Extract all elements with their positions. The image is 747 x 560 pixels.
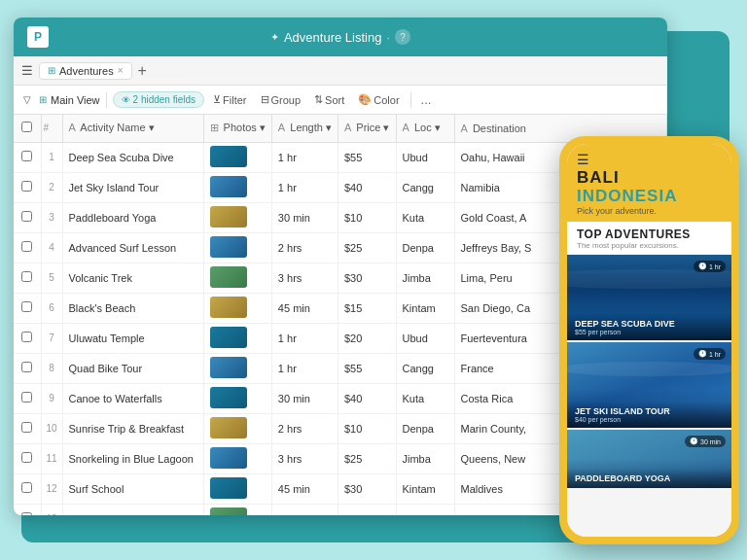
header-title-area: ✦ Adventure Listing · ?	[270, 29, 410, 45]
row-photo	[203, 323, 271, 353]
app-header: P ✦ Adventure Listing · ?	[14, 18, 667, 56]
row-checkbox[interactable]	[14, 232, 41, 262]
view-label[interactable]: Main View	[51, 94, 100, 106]
row-name: Deep Sea Scuba Dive	[62, 142, 203, 172]
header-title: Adventure Listing	[284, 30, 381, 45]
row-length: 1 hr	[271, 353, 338, 383]
row-loc: Ubud	[396, 142, 454, 172]
phone-frame: ☰ BALI INDONESIA Pick your adventure. TO…	[559, 136, 739, 544]
row-price: $20	[338, 323, 396, 353]
card3-overlay: PADDLEBOARD YOGA	[567, 469, 731, 488]
brand-indonesia: INDONESIA	[577, 187, 677, 205]
row-price: $25	[338, 232, 396, 262]
group-label: Group	[271, 94, 302, 106]
hamburger-icon[interactable]: ☰	[21, 63, 33, 78]
row-checkbox[interactable]	[14, 202, 41, 232]
hidden-fields-label: 2 hidden fields	[133, 94, 196, 105]
tab-grid-icon: ⊞	[48, 65, 55, 76]
row-photo	[203, 232, 271, 262]
row-price: $30	[338, 473, 396, 504]
card3-duration-badge: 🕐 30 min	[685, 436, 726, 447]
col-header-price[interactable]: A Price ▾	[338, 115, 396, 142]
col-header-photos[interactable]: ⊞ Photos ▾	[203, 115, 271, 142]
row-num: 8	[41, 353, 62, 383]
row-price: $40	[338, 383, 396, 413]
row-name: Volcanic Trek	[62, 262, 203, 293]
row-loc: Kintam	[396, 293, 454, 323]
select-all-checkbox[interactable]	[21, 122, 32, 132]
sort-label: Sort	[325, 94, 344, 106]
row-length: 2 hrs	[271, 413, 338, 443]
row-num: 3	[41, 202, 62, 232]
card1-duration-badge: 🕐 1 hr	[694, 261, 726, 272]
row-price: $10	[338, 202, 396, 232]
sort-button[interactable]: ⇅ Sort	[309, 91, 349, 108]
row-checkbox[interactable]	[14, 383, 41, 413]
adventure-card-3[interactable]: 🕐 30 min PADDLEBOARD YOGA	[567, 430, 731, 488]
section-title: TOP ADVENTURES	[577, 228, 722, 241]
row-name: Advanced Surf Lesson	[62, 232, 203, 262]
row-name: Jet Sky Island Tour	[62, 172, 203, 202]
row-checkbox[interactable]	[14, 262, 41, 293]
row-loc: Cangg	[396, 353, 454, 383]
card1-overlay: DEEP SEA SCUBA DIVE $55 per person	[567, 314, 731, 340]
filter-label: Filter	[223, 94, 246, 106]
phone-content: TOP ADVENTURES The most popular excursio…	[567, 222, 731, 537]
filter-button[interactable]: ⊻ Filter	[208, 91, 251, 108]
row-photo	[203, 172, 271, 202]
row-num: 7	[41, 323, 62, 353]
row-checkbox[interactable]	[14, 473, 41, 504]
group-button[interactable]: ⊟ Group	[256, 91, 306, 108]
row-loc: Jimba	[396, 262, 454, 293]
adventure-card-1[interactable]: 🕐 1 hr DEEP SEA SCUBA DIVE $55 per perso…	[567, 255, 731, 340]
header-star-icon: ✦	[270, 31, 279, 44]
row-length: 45 min	[271, 293, 338, 323]
row-photo	[203, 293, 271, 323]
row-length: 3 hrs	[271, 262, 338, 293]
col-header-loc[interactable]: A Loc ▾	[396, 115, 454, 142]
phone-hamburger-icon[interactable]: ☰	[577, 152, 722, 167]
row-price: $55	[338, 353, 396, 383]
row-price: $25	[338, 443, 396, 473]
card2-title: JET SKI ISLAND TOUR	[575, 406, 724, 416]
row-checkbox[interactable]	[14, 443, 41, 473]
col-header-length[interactable]: A Length ▾	[271, 115, 338, 142]
hidden-fields-button[interactable]: 👁 2 hidden fields	[113, 91, 205, 108]
col-name-icon: A	[69, 122, 76, 133]
adventure-card-2[interactable]: 🕐 1 hr JET SKI ISLAND TOUR $40 per perso…	[567, 342, 731, 428]
row-num: 12	[41, 473, 62, 504]
color-button[interactable]: 🎨 Color	[353, 91, 404, 108]
row-photo	[203, 142, 271, 172]
card2-overlay: JET SKI ISLAND TOUR $40 per person	[567, 402, 731, 428]
phone-header: ☰ BALI INDONESIA Pick your adventure.	[567, 144, 731, 222]
tab-adventures[interactable]: ⊞ Adventures ×	[39, 62, 132, 80]
tab-close-icon[interactable]: ×	[118, 65, 124, 76]
row-length: 1 hr	[271, 172, 338, 202]
more-options-button[interactable]: ...	[417, 90, 436, 109]
header-dot: ·	[386, 30, 390, 45]
row-checkbox[interactable]	[14, 142, 41, 172]
row-length: 2 hrs	[271, 232, 338, 262]
row-name: Paddleboard Yoga	[62, 202, 203, 232]
row-loc: Ubud	[396, 504, 454, 515]
row-photo	[203, 202, 271, 232]
filter-toggle[interactable]: ▽	[19, 92, 35, 107]
row-checkbox[interactable]	[14, 504, 41, 515]
filter-icon: ⊻	[213, 93, 221, 106]
header-question-icon[interactable]: ?	[395, 29, 410, 45]
row-checkbox[interactable]	[14, 172, 41, 202]
row-checkbox[interactable]	[14, 323, 41, 353]
row-name: Black's Beach	[62, 293, 203, 323]
add-tab-button[interactable]: +	[138, 63, 147, 79]
row-photo	[203, 504, 271, 515]
row-name: Sunrise Trip & Breakfast	[62, 413, 203, 443]
row-price: $55	[338, 142, 396, 172]
row-checkbox[interactable]	[14, 293, 41, 323]
row-checkbox[interactable]	[14, 413, 41, 443]
col-header-name[interactable]: A Activity Name ▾	[62, 115, 203, 142]
row-num: 13	[41, 504, 62, 515]
row-checkbox[interactable]	[14, 353, 41, 383]
row-length: 1 hr	[271, 323, 338, 353]
phone-screen: ☰ BALI INDONESIA Pick your adventure. TO…	[567, 144, 731, 537]
row-num: 5	[41, 262, 62, 293]
